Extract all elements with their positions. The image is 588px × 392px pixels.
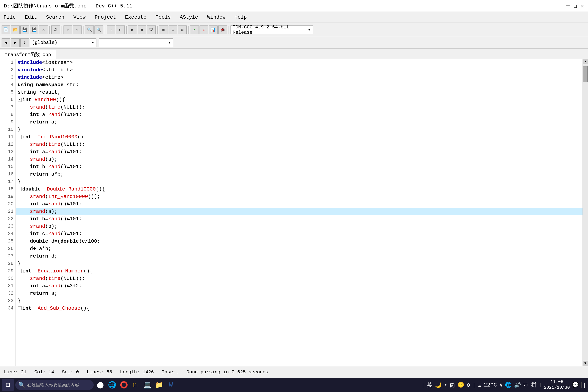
taskbar-app-chrome[interactable]: ⭕: [119, 380, 129, 390]
save-all-button[interactable]: 💾: [30, 26, 38, 34]
chart-button[interactable]: 📊: [209, 26, 218, 34]
find-button[interactable]: 🔍: [85, 26, 94, 34]
status-col: Col: 14: [34, 370, 54, 375]
tray-temp: 22°C: [484, 382, 497, 388]
taskbar-app-edge[interactable]: 🌐: [107, 380, 117, 390]
scroll-up-button[interactable]: ▲: [583, 59, 588, 64]
linenum-12: 12: [0, 141, 16, 148]
fold-btn-29[interactable]: −: [18, 269, 22, 273]
check-button[interactable]: ✓: [190, 26, 199, 34]
taskbar-search-box[interactable]: 🔍 在这里输入你要搜索的内容: [15, 380, 94, 390]
forward-button[interactable]: ▶: [11, 38, 20, 47]
jump-button[interactable]: ↕: [20, 38, 29, 47]
save-button[interactable]: 💾: [20, 26, 29, 34]
menu-search[interactable]: Search: [44, 14, 66, 21]
scope-dropdown-1[interactable]: (globals) ▾: [30, 38, 96, 47]
fold-btn-6[interactable]: −: [18, 98, 22, 102]
fold-btn-11[interactable]: −: [18, 135, 22, 139]
code-line-25: double d=(double)c/100;: [16, 238, 582, 245]
code-line-33: }: [16, 297, 582, 304]
compiler-selector[interactable]: TDM-GCC 4.9.2 64-bit Release ▾: [230, 26, 313, 34]
linenum-13: 13: [0, 148, 16, 156]
linenum-7: 7: [0, 104, 16, 111]
code-line-31: int a=rand()%3+2;: [16, 282, 582, 290]
tray-notifications[interactable]: 💬: [572, 382, 579, 388]
run-button[interactable]: ▶: [128, 26, 137, 34]
scroll-track[interactable]: [583, 64, 588, 361]
menu-astyle[interactable]: AStyle: [178, 14, 200, 21]
close-button[interactable]: ✕: [581, 2, 584, 9]
open-file-button[interactable]: 📂: [11, 26, 20, 34]
tray-security: 🛡: [523, 382, 529, 388]
menu-view[interactable]: View: [72, 14, 87, 21]
tray-chevron-up[interactable]: ∧: [499, 382, 502, 388]
new-file-button[interactable]: 📄: [2, 26, 10, 34]
word-icon: W: [169, 381, 173, 389]
line-numbers: 1 2 3 4 5 6 7 8 9 10 11 12 13 14 15 16 1…: [0, 59, 16, 366]
tab-file[interactable]: transform函数.cpp: [0, 50, 56, 58]
layout2-button[interactable]: ⊟: [168, 26, 177, 34]
layout3-button[interactable]: ⊞: [178, 26, 186, 34]
unindent-button[interactable]: ⇤: [116, 26, 125, 34]
tray-simple-lang[interactable]: 简: [450, 381, 455, 389]
indent-button[interactable]: ⇥: [106, 26, 115, 34]
close-button2[interactable]: ✕: [39, 26, 48, 34]
tray-language[interactable]: 英: [427, 381, 432, 389]
scrollbar[interactable]: ▲ ▼: [582, 59, 588, 366]
taskbar-app-files[interactable]: 🗂: [130, 380, 141, 390]
fold-btn-34[interactable]: −: [18, 306, 22, 310]
fold-btn-18[interactable]: −: [18, 187, 22, 191]
taskbar-clock[interactable]: 11:08 2021/10/30: [544, 379, 570, 390]
shield-button[interactable]: 🛡: [147, 26, 156, 34]
menu-file[interactable]: File: [2, 14, 17, 21]
print-button[interactable]: 🖨: [51, 26, 60, 34]
linenum-31: 31: [0, 282, 16, 290]
menu-execute[interactable]: Execute: [124, 14, 148, 21]
menu-edit[interactable]: Edit: [23, 14, 38, 21]
tray-input-method[interactable]: 拼: [531, 381, 537, 389]
code-line-29: − int Equation_Number(){: [16, 267, 582, 275]
back-button[interactable]: ◀: [2, 38, 10, 47]
tray-show-desktop[interactable]: |: [581, 382, 586, 388]
replace-button[interactable]: 🔍: [94, 26, 103, 34]
menu-help[interactable]: Help: [233, 14, 248, 21]
toolbar-separator-4: [105, 26, 105, 34]
taskbar-app-explorer[interactable]: 📁: [154, 380, 164, 390]
tray-volume[interactable]: 🔊: [514, 382, 521, 388]
clock-time: 11:08: [544, 379, 570, 385]
tray-moon: 🌙: [435, 382, 442, 388]
scope-chevron-2: ▾: [168, 40, 171, 46]
scroll-down-button[interactable]: ▼: [583, 361, 588, 366]
layout1-button[interactable]: ⊞: [159, 26, 168, 34]
linenum-19: 19: [0, 193, 16, 200]
minimize-button[interactable]: —: [566, 2, 570, 9]
menu-window[interactable]: Window: [206, 14, 227, 21]
tab-bar: transform函数.cpp: [0, 48, 588, 59]
menu-tools[interactable]: Tools: [154, 14, 172, 21]
scope-label-1: (globals): [32, 40, 58, 45]
scope-dropdown-2[interactable]: ▾: [99, 38, 173, 47]
tray-settings[interactable]: ⚙: [467, 382, 470, 388]
tray-network: 🌐: [505, 382, 512, 388]
code-area[interactable]: #include<iostream> #include<stdlib.h> #i…: [16, 59, 582, 366]
start-button[interactable]: ⊞: [2, 379, 14, 391]
linenum-10: 10: [0, 126, 16, 133]
redo-button[interactable]: ↪: [73, 26, 82, 34]
taskbar-app-cortana[interactable]: ⬤: [95, 380, 106, 390]
linenum-14: 14: [0, 156, 16, 163]
title-bar: D:\团队协作\transform函数.cpp - Dev-C++ 5.11 —…: [0, 0, 588, 12]
linenum-16: 16: [0, 170, 16, 178]
taskbar-app-devcpp[interactable]: 💻: [142, 380, 152, 390]
taskbar-app-word[interactable]: W: [166, 380, 176, 390]
stop-button[interactable]: ■: [138, 26, 146, 34]
maximize-button[interactable]: ☐: [574, 2, 577, 9]
undo-button[interactable]: ↩: [64, 26, 72, 34]
x-button[interactable]: ✗: [200, 26, 208, 34]
toolbar-separator-8: [228, 26, 229, 34]
bug-button[interactable]: 🐞: [218, 26, 227, 34]
scroll-thumb[interactable]: [583, 66, 588, 82]
toolbar-separator-1: [50, 26, 50, 34]
code-line-28: }: [16, 260, 582, 267]
menu-project[interactable]: Project: [93, 14, 118, 21]
linenum-5: 5: [0, 88, 16, 96]
